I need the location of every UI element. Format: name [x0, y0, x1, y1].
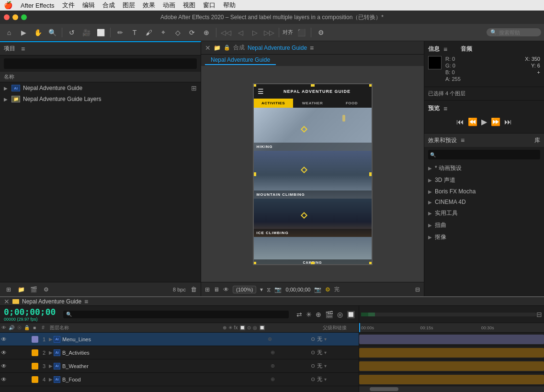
effects-item-0[interactable]: ▶ * 动画预设: [424, 162, 544, 174]
expand-arrow-comp[interactable]: ▶: [4, 86, 8, 91]
tl-icon-4[interactable]: 🎬: [325, 311, 333, 318]
layer-2-expand[interactable]: ▶: [49, 350, 53, 355]
effects-item-6[interactable]: ▶ 抠像: [424, 231, 544, 243]
effects-item-5[interactable]: ▶ 扭曲: [424, 219, 544, 231]
timeline-menu-btn[interactable]: ≡: [84, 298, 88, 305]
tl-icon-2[interactable]: ✳: [306, 311, 312, 318]
menu-animation[interactable]: 动画: [163, 1, 175, 10]
select-tool[interactable]: ▶: [17, 26, 30, 39]
menu-after-effects[interactable]: After Effects: [21, 2, 55, 9]
layer-2-sw-solo[interactable]: ⊕: [271, 349, 275, 356]
home-button[interactable]: ⌂: [3, 26, 15, 39]
project-search-input[interactable]: [4, 58, 197, 69]
timeline-scroll-thumb[interactable]: [370, 387, 398, 391]
zoom-tool[interactable]: 🔍: [46, 26, 58, 39]
menu-edit[interactable]: 编辑: [82, 1, 95, 10]
phone-tab-activities[interactable]: ACTIVITIES: [254, 99, 293, 108]
window-controls[interactable]: [4, 14, 27, 20]
layer-2-parent-arrow[interactable]: ▾: [324, 350, 327, 355]
puppet-tool[interactable]: ⊕: [200, 26, 213, 39]
phone-tab-weather[interactable]: WEATHER: [293, 99, 332, 108]
settings-btn[interactable]: ⚙: [315, 26, 327, 39]
layer-row-3[interactable]: 👁 3 ▶ Ai B_Weather ⊕ ⊙ 无 ▾: [0, 359, 359, 373]
close-button[interactable]: [4, 14, 10, 20]
layer-4-parent-arrow[interactable]: ▾: [324, 377, 327, 382]
preview-btn3[interactable]: ▷: [249, 26, 261, 39]
comp-region-btn[interactable]: ⧖: [267, 286, 271, 293]
comp-footer-chevron[interactable]: ▾: [260, 286, 263, 293]
comp-zoom-control[interactable]: (100%): [233, 286, 256, 293]
tl-icon-1[interactable]: ⇄: [296, 311, 302, 318]
fullscreen-button[interactable]: [21, 14, 27, 20]
menu-composition[interactable]: 合成: [102, 1, 115, 10]
menu-help[interactable]: 帮助: [223, 1, 236, 10]
camera-tool[interactable]: 🎥: [80, 26, 92, 39]
timeline-scrubber[interactable]: [361, 313, 536, 316]
effects-item-3[interactable]: ▶ CINEMA 4D: [424, 197, 544, 207]
brush-tool[interactable]: 🖌: [143, 26, 155, 39]
minimize-button[interactable]: [12, 14, 18, 20]
comp-close-btn[interactable]: ✕: [205, 44, 211, 52]
help-search-input[interactable]: [499, 30, 537, 35]
layer-1-sw-solo[interactable]: ⊕: [268, 336, 272, 342]
tl-icon-3[interactable]: ⊕: [316, 311, 321, 318]
footage-btn[interactable]: 🎬: [29, 285, 38, 294]
preview-skip-end[interactable]: ⏭: [504, 118, 512, 126]
layer-row-4[interactable]: 👁 4 ▶ Ai B_Food ⊕ ⊙ 无 ▾: [0, 373, 359, 386]
effects-item-2[interactable]: ▶ Boris FX Mocha: [424, 186, 544, 197]
project-menu-icon[interactable]: ≡: [21, 45, 25, 53]
comp-menu-btn[interactable]: ≡: [310, 44, 314, 52]
effects-menu-icon[interactable]: ≡: [461, 136, 465, 144]
timeline-search-input[interactable]: [74, 312, 286, 317]
menu-layer[interactable]: 图层: [123, 1, 135, 10]
project-item-comp[interactable]: ▶ Ai Nepal Adventure Guide ⊞: [0, 82, 201, 94]
new-comp-btn[interactable]: ⊞: [4, 285, 13, 294]
trash-btn[interactable]: 🗑: [191, 286, 197, 293]
comp-snapshot-btn[interactable]: 📷: [274, 286, 282, 293]
preview-play[interactable]: ▶: [481, 117, 487, 126]
layer-3-vis[interactable]: 👁: [0, 363, 8, 370]
roto-tool[interactable]: ⟳: [186, 26, 198, 39]
layer-row-2[interactable]: 👁 2 ▶ Ai B_Activities ⊕ ⊙ 无 ▾: [0, 346, 359, 359]
text-tool[interactable]: T: [128, 26, 141, 39]
comp-footer-btn2[interactable]: 🖥: [214, 286, 219, 293]
rectangle-tool[interactable]: ⬜: [94, 26, 107, 39]
tl-icon-6[interactable]: 🔲: [347, 311, 355, 318]
undo-button[interactable]: ↺: [66, 26, 78, 39]
project-item-folder[interactable]: ▶ 📁 Nepal Adventure Guide Layers: [0, 94, 201, 104]
menu-file[interactable]: 文件: [62, 1, 75, 10]
grid-view-icon[interactable]: ⊞: [191, 84, 197, 92]
align-btn[interactable]: ⬛: [295, 26, 307, 39]
layer-row-1[interactable]: 👁 1 ▶ Ai Menu_Lines ⊕ ⊙ 无 ▾: [0, 333, 359, 346]
timeline-scrollbar[interactable]: [359, 386, 544, 392]
library-title[interactable]: 库: [534, 136, 540, 145]
comp-footer-end[interactable]: ⊟: [415, 286, 420, 293]
layer-4-expand[interactable]: ▶: [49, 377, 53, 382]
layer-1-parent-arrow[interactable]: ▾: [324, 336, 327, 342]
tl-right-icon-1[interactable]: ⊟: [536, 311, 542, 318]
comp-color-btn[interactable]: ⚙: [325, 286, 330, 293]
layer-1-vis[interactable]: 👁: [0, 336, 8, 343]
phone-tab-food[interactable]: FOOD: [332, 99, 372, 108]
eraser-tool[interactable]: ◇: [171, 26, 184, 39]
pen-tool[interactable]: ✏: [114, 26, 126, 39]
comp-camera-btn[interactable]: 📷: [314, 286, 321, 293]
layer-1-expand[interactable]: ▶: [49, 336, 53, 342]
menu-window[interactable]: 窗口: [203, 1, 215, 10]
layer-4-sw-solo[interactable]: ⊕: [271, 376, 275, 382]
comp-footer-btn3[interactable]: 👁: [223, 286, 229, 293]
expand-arrow-folder[interactable]: ▶: [4, 97, 8, 102]
new-folder-btn[interactable]: 📁: [16, 285, 26, 294]
clone-tool[interactable]: ⌖: [157, 26, 170, 39]
effects-item-4[interactable]: ▶ 实用工具: [424, 207, 544, 219]
layer-2-vis[interactable]: 👁: [0, 349, 8, 356]
menu-view[interactable]: 视图: [183, 1, 195, 10]
effects-search-input[interactable]: [428, 150, 540, 159]
preview-btn2[interactable]: ◁: [234, 26, 247, 39]
preview-btn4[interactable]: ▷▷: [263, 26, 275, 39]
layer-3-parent-arrow[interactable]: ▾: [324, 363, 327, 369]
preview-btn1[interactable]: ◁◁: [220, 26, 232, 39]
effects-item-1[interactable]: ▶ 3D 声道: [424, 174, 544, 186]
help-search[interactable]: 🔍: [487, 28, 541, 36]
layer-3-expand[interactable]: ▶: [49, 363, 53, 369]
